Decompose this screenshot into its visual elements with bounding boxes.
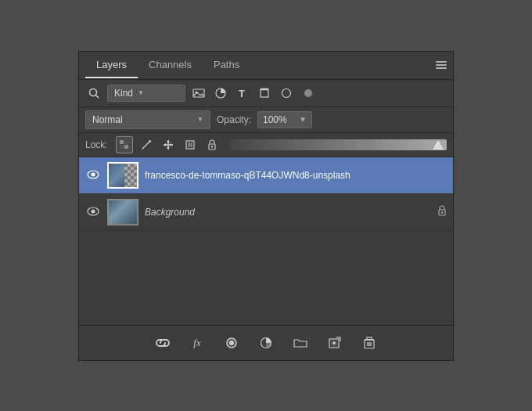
kind-dropdown[interactable]: Kind ▼ [107, 85, 185, 102]
svg-rect-2 [436, 67, 447, 69]
image-filter-icon[interactable] [190, 85, 207, 102]
svg-point-30 [92, 172, 95, 176]
smart-filter-icon[interactable] [278, 85, 295, 102]
tab-channels[interactable]: Channels [138, 52, 203, 78]
svg-rect-16 [124, 145, 128, 149]
svg-point-34 [441, 211, 443, 213]
blend-chevron-icon: ▼ [197, 116, 203, 123]
svg-point-11 [282, 88, 291, 97]
svg-rect-5 [193, 89, 204, 97]
layer-transparency-indicator [124, 164, 137, 189]
layer-thumbnail [107, 199, 138, 225]
svg-point-36 [229, 341, 234, 345]
svg-line-17 [142, 142, 149, 149]
tab-layers[interactable]: Layers [85, 52, 138, 78]
svg-line-4 [96, 95, 99, 98]
svg-marker-23 [164, 143, 166, 146]
kind-chevron-icon: ▼ [138, 89, 144, 96]
opacity-label: Opacity: [217, 114, 251, 125]
layer-visibility-toggle[interactable] [85, 169, 101, 182]
layer-thumbnail [107, 162, 138, 189]
opacity-arrow-icon: ▼ [299, 115, 307, 124]
svg-point-32 [92, 209, 95, 213]
layer-image-preview [109, 200, 137, 224]
layer-name: Background [145, 207, 431, 218]
layers-list: francesco-de-tommaso-qBT44OJWNd8-unsplas… [79, 157, 453, 231]
layer-name: francesco-de-tommaso-qBT44OJWNd8-unsplas… [145, 170, 447, 181]
opacity-input[interactable]: 100% ▼ [257, 111, 312, 128]
lock-position-icon[interactable] [160, 136, 177, 153]
fx-icon[interactable]: fx [186, 332, 208, 354]
svg-text:T: T [239, 88, 245, 99]
eye-icon [87, 169, 99, 182]
svg-marker-21 [167, 140, 170, 142]
fill-slider[interactable] [230, 139, 447, 150]
svg-rect-1 [436, 64, 447, 66]
opacity-value-text: 100% [263, 114, 287, 125]
svg-rect-0 [436, 61, 447, 63]
svg-rect-26 [188, 142, 192, 147]
svg-rect-9 [261, 89, 268, 97]
empty-layers-area [79, 231, 453, 325]
tab-paths[interactable]: Paths [203, 52, 250, 78]
folder-icon[interactable] [289, 332, 311, 354]
text-filter-icon[interactable]: T [234, 85, 251, 102]
lock-image-pixels-icon[interactable] [138, 136, 155, 153]
bottom-toolbar: fx [79, 325, 453, 360]
fx-label: fx [193, 337, 200, 349]
svg-rect-14 [124, 140, 128, 144]
layer-visibility-toggle[interactable] [85, 206, 101, 218]
new-layer-icon[interactable] [324, 332, 346, 354]
svg-rect-15 [120, 145, 124, 149]
tab-bar: Layers Channels Paths [79, 52, 453, 80]
lock-label: Lock: [85, 139, 108, 150]
search-icon[interactable] [85, 85, 102, 102]
layer-item[interactable]: francesco-de-tommaso-qBT44OJWNd8-unsplas… [79, 157, 453, 194]
link-icon[interactable] [152, 332, 174, 354]
fill-layer-icon[interactable] [221, 332, 243, 354]
lock-artboard-icon[interactable] [182, 136, 199, 153]
layers-panel: Layers Channels Paths Kind ▼ T [78, 51, 454, 361]
eye-icon [87, 206, 99, 218]
adjustment-layer-icon[interactable] [255, 332, 277, 354]
panel-menu-icon[interactable] [436, 59, 447, 71]
layer-item[interactable]: Background [79, 194, 453, 231]
blend-opacity-row: Normal ▼ Opacity: 100% ▼ [79, 107, 453, 133]
pixel-filter-icon[interactable] [300, 85, 317, 102]
svg-point-18 [149, 140, 151, 142]
layer-lock-icon [437, 205, 447, 218]
svg-point-28 [210, 146, 212, 147]
blend-mode-label: Normal [92, 114, 123, 125]
kind-label: Kind [114, 88, 133, 99]
filter-row: Kind ▼ T [79, 80, 453, 107]
adjustment-filter-icon[interactable] [212, 85, 229, 102]
svg-point-3 [90, 88, 97, 96]
svg-point-12 [304, 89, 312, 97]
delete-layer-icon[interactable] [358, 332, 380, 354]
shape-filter-icon[interactable] [256, 85, 273, 102]
svg-rect-13 [120, 140, 124, 144]
lock-row: Lock: [79, 133, 453, 157]
svg-marker-22 [167, 147, 170, 150]
svg-rect-46 [367, 337, 372, 340]
svg-marker-24 [171, 143, 173, 146]
fill-slider-thumb [433, 140, 444, 150]
lock-all-icon[interactable] [203, 136, 221, 153]
blend-mode-dropdown[interactable]: Normal ▼ [85, 110, 210, 129]
lock-transparent-icon[interactable] [116, 136, 133, 153]
